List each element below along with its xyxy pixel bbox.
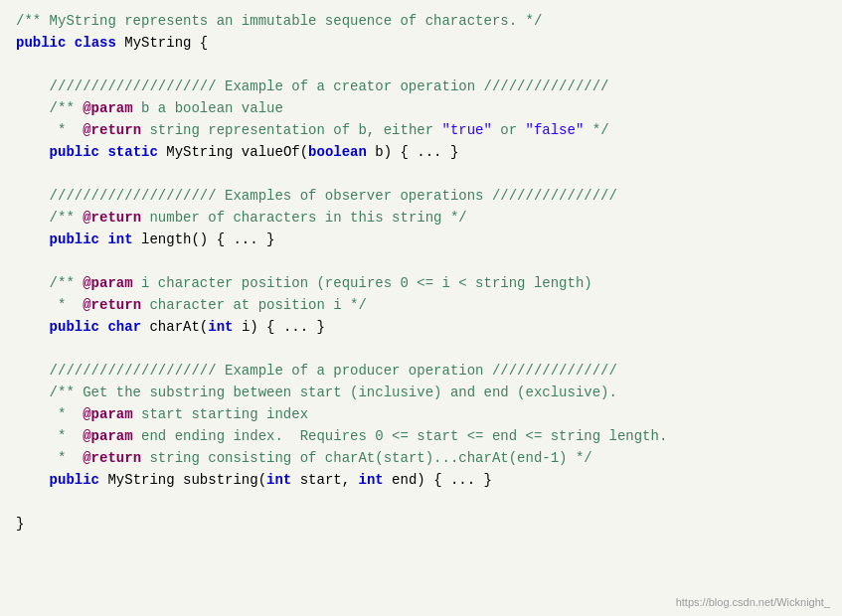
code-line: public MyString substring(int start, int…: [16, 469, 826, 491]
code-line: * @param start starting index: [16, 403, 826, 425]
code-line: public class MyString {: [16, 32, 826, 54]
code-line: //////////////////// Examples of observe…: [16, 185, 826, 207]
code-line: [16, 338, 826, 360]
code-line: }: [16, 513, 826, 535]
code-content: /** MyString represents an immutable seq…: [16, 10, 826, 535]
code-line: //////////////////// Example of a creato…: [16, 76, 826, 97]
code-line: /** @param i character position (require…: [16, 272, 826, 294]
code-line: * @return string representation of b, ei…: [16, 119, 826, 141]
code-editor: /** MyString represents an immutable seq…: [0, 0, 842, 616]
watermark: https://blog.csdn.net/Wicknight_: [676, 596, 830, 608]
code-line: [16, 491, 826, 513]
code-line: public int length() { ... }: [16, 229, 826, 250]
code-line: [16, 250, 826, 272]
code-line: * @return character at position i */: [16, 294, 826, 316]
code-line: /** @return number of characters in this…: [16, 207, 826, 229]
code-line: [16, 163, 826, 185]
code-line: public char charAt(int i) { ... }: [16, 316, 826, 338]
code-line: /** Get the substring between start (inc…: [16, 382, 826, 403]
code-line: * @return string consisting of charAt(st…: [16, 447, 826, 469]
code-line: //////////////////// Example of a produc…: [16, 360, 826, 382]
code-line: [16, 54, 826, 76]
code-line: public static MyString valueOf(boolean b…: [16, 141, 826, 163]
code-line: /** MyString represents an immutable seq…: [16, 10, 826, 32]
code-line: /** @param b a boolean value: [16, 97, 826, 119]
code-line: * @param end ending index. Requires 0 <=…: [16, 425, 826, 447]
